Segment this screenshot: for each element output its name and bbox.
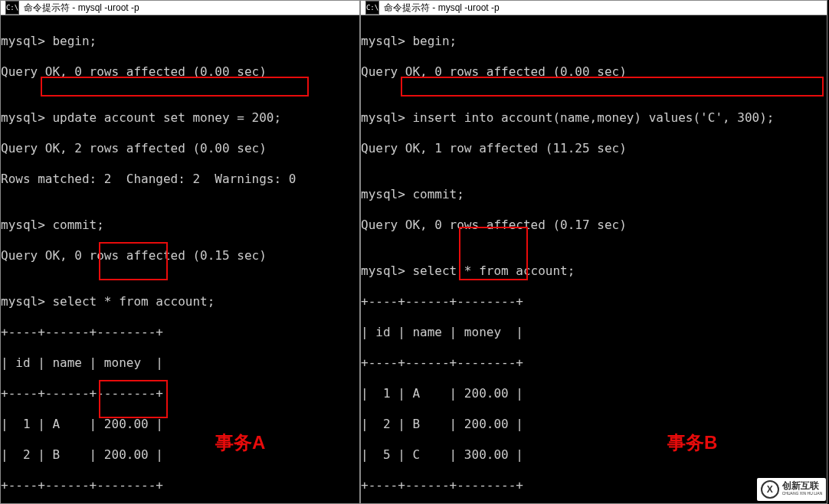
table-row: | 2 | B | 200.00 |: [361, 417, 824, 432]
table-border: +----+------+--------+: [1, 386, 356, 401]
line: Query OK, 2 rows affected (0.00 sec): [1, 141, 356, 156]
terminal-right: C:\ 命令提示符 - mysql -uroot -p mysql> begin…: [360, 0, 827, 504]
table-row: | 1 | A | 200.00 |: [361, 386, 824, 401]
table-header: | id | name | money |: [361, 325, 824, 340]
line: mysql> insert into account(name,money) v…: [361, 110, 824, 126]
transaction-label-a: 事务A: [215, 435, 265, 450]
terminal-content-right[interactable]: mysql> begin; Query OK, 0 rows affected …: [361, 15, 827, 504]
table-border: +----+------+--------+: [361, 355, 824, 371]
table-row: | 2 | B | 200.00 |: [1, 447, 356, 463]
table-border: +----+------+--------+: [361, 478, 824, 493]
titlebar-left[interactable]: C:\ 命令提示符 - mysql -uroot -p: [1, 1, 359, 15]
watermark-icon: X: [761, 480, 779, 499]
line: mysql> select * from account;: [1, 294, 356, 309]
line: mysql> begin;: [361, 34, 824, 49]
line: Query OK, 0 rows affected (0.15 sec): [1, 248, 356, 263]
line: mysql> begin;: [1, 34, 356, 49]
line: Rows matched: 2 Changed: 2 Warnings: 0: [1, 172, 356, 187]
line: Query OK, 0 rows affected (0.00 sec): [1, 64, 356, 80]
window-title: 命令提示符 - mysql -uroot -p: [384, 2, 500, 15]
table-border: +----+------+--------+: [361, 294, 824, 309]
terminal-icon: C:\: [5, 1, 19, 15]
window-title: 命令提示符 - mysql -uroot -p: [24, 2, 139, 15]
line: Query OK, 0 rows affected (0.17 sec): [361, 218, 824, 233]
line: mysql> commit;: [1, 218, 356, 233]
line: Query OK, 0 rows affected (0.00 sec): [361, 64, 824, 80]
terminal-left: C:\ 命令提示符 - mysql -uroot -p mysql> begin…: [0, 0, 360, 504]
line: mysql> commit;: [361, 187, 824, 202]
watermark-text: 创新互联 CHUANG XIN HU LIAN: [782, 482, 823, 497]
terminal-icon: C:\: [365, 1, 379, 15]
watermark: X 创新互联 CHUANG XIN HU LIAN: [757, 478, 826, 501]
window-pair: C:\ 命令提示符 - mysql -uroot -p mysql> begin…: [0, 0, 829, 504]
table-row: | 1 | A | 200.00 |: [1, 417, 356, 432]
transaction-label-b: 事务B: [667, 435, 717, 450]
table-row: | 5 | C | 300.00 |: [361, 447, 824, 463]
table-header: | id | name | money |: [1, 355, 356, 371]
line: mysql> update account set money = 200;: [1, 110, 356, 126]
line: mysql> select * from account;: [361, 263, 824, 279]
terminal-content-left[interactable]: mysql> begin; Query OK, 0 rows affected …: [1, 15, 359, 504]
titlebar-right[interactable]: C:\ 命令提示符 - mysql -uroot -p: [361, 1, 827, 15]
line: Query OK, 1 row affected (11.25 sec): [361, 141, 824, 156]
table-border: +----+------+--------+: [1, 325, 356, 340]
table-border: +----+------+--------+: [1, 478, 356, 493]
